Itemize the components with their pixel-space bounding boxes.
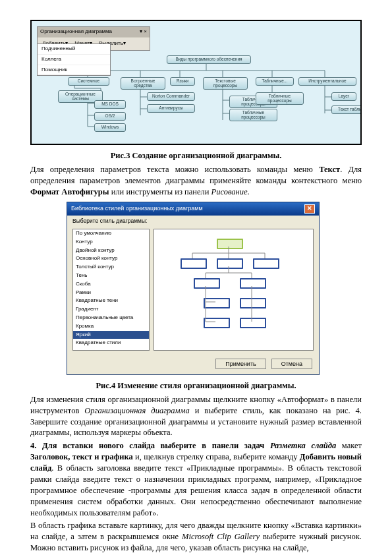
- node-g3: Windows: [94, 123, 126, 132]
- node-f: Инструментальное: [298, 77, 356, 86]
- dd-assistant[interactable]: Помощник: [38, 65, 110, 76]
- node-k2: Текст таблица: [331, 105, 362, 114]
- caption-fig2: Рис.4 Изменение стиля организационной ди…: [30, 380, 362, 392]
- node-k1: Layer: [331, 92, 356, 101]
- list-item[interactable]: Основной контур: [73, 254, 149, 263]
- node-h1: Norton Commander: [147, 92, 195, 101]
- dialog-titlebar: Библиотека стилей организационных диагра…: [67, 202, 319, 216]
- apply-button[interactable]: Применить: [215, 359, 266, 369]
- paragraph-4: В область графика вставьте картинку, для…: [30, 520, 362, 554]
- style-preview: [154, 229, 314, 351]
- figure-1: Организационная диаграмма ▾ × Добавить▾ …: [30, 20, 362, 145]
- node-h2: Антивирусы: [147, 104, 195, 113]
- node-g1: MS DOS: [94, 100, 126, 109]
- list-item[interactable]: По умолчанию: [73, 229, 149, 238]
- node-c: Языки: [170, 77, 195, 86]
- node-d: Текстовые процессоры: [203, 77, 248, 90]
- paragraph-2: Для изменения стиля организационной диаг…: [30, 394, 362, 439]
- list-item[interactable]: Толстый контур: [73, 263, 149, 272]
- dd-coworker[interactable]: Коллега: [38, 55, 110, 65]
- dropdown-panel: Подчиненный Коллега Помощник: [37, 44, 111, 76]
- node-a: Системное: [68, 77, 109, 86]
- node-j: Табличные процессоры: [256, 92, 304, 105]
- figure-2: Библиотека стилей организационных диагра…: [67, 202, 320, 375]
- dd-subordinate[interactable]: Подчиненный: [38, 44, 110, 55]
- node-g2: OS/2: [94, 112, 126, 121]
- list-item[interactable]: Двойной контур: [73, 247, 149, 255]
- paragraph-1: Для определения параметров текста можно …: [30, 164, 362, 198]
- list-item[interactable]: Кромка: [73, 322, 149, 331]
- node-b: Встроенные средства: [121, 77, 165, 90]
- style-listbox[interactable]: По умолчанию Контур Двойной контур Основ…: [72, 229, 150, 351]
- close-icon[interactable]: ✕: [304, 204, 315, 214]
- list-item[interactable]: Квадратные тени: [73, 297, 149, 305]
- list-item[interactable]: Тень: [73, 272, 149, 280]
- cancel-button[interactable]: Отмена: [271, 359, 312, 369]
- list-item[interactable]: Первоначальные цвета: [73, 314, 149, 322]
- paragraph-3: 4. Для вставки нового слайда выберите в …: [30, 440, 362, 518]
- dialog-label: Выберите стиль диаграммы:: [67, 216, 319, 226]
- node-i2: Табличные процессоры: [229, 109, 277, 121]
- dialog-title: Библиотека стилей организационных диагра…: [71, 204, 203, 212]
- node-root: Виды программного обеспечения: [167, 55, 251, 64]
- list-item[interactable]: Градиент: [73, 305, 149, 314]
- list-item[interactable]: Квадратные стили: [73, 339, 149, 347]
- list-item[interactable]: Скоба: [73, 280, 149, 289]
- node-e: Табличные...: [256, 77, 294, 86]
- list-item[interactable]: Контур: [73, 238, 149, 247]
- list-item[interactable]: Рамки: [73, 289, 149, 297]
- preview-lines: [154, 229, 313, 350]
- caption-fig1: Рис.3 Создание организационной диаграммы…: [30, 150, 362, 161]
- list-item-selected[interactable]: Яркий: [73, 331, 149, 339]
